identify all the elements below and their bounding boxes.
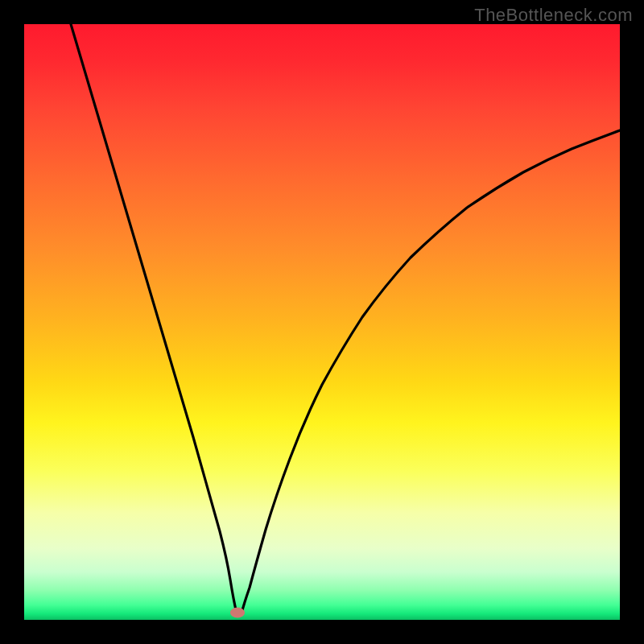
curve-layer xyxy=(24,24,620,620)
curve-right-branch xyxy=(242,130,620,613)
watermark-text: TheBottleneck.com xyxy=(474,5,633,26)
minimum-marker xyxy=(230,608,245,618)
curve-left-branch xyxy=(71,24,237,613)
chart-container: TheBottleneck.com xyxy=(0,0,644,644)
plot-area xyxy=(24,24,620,620)
